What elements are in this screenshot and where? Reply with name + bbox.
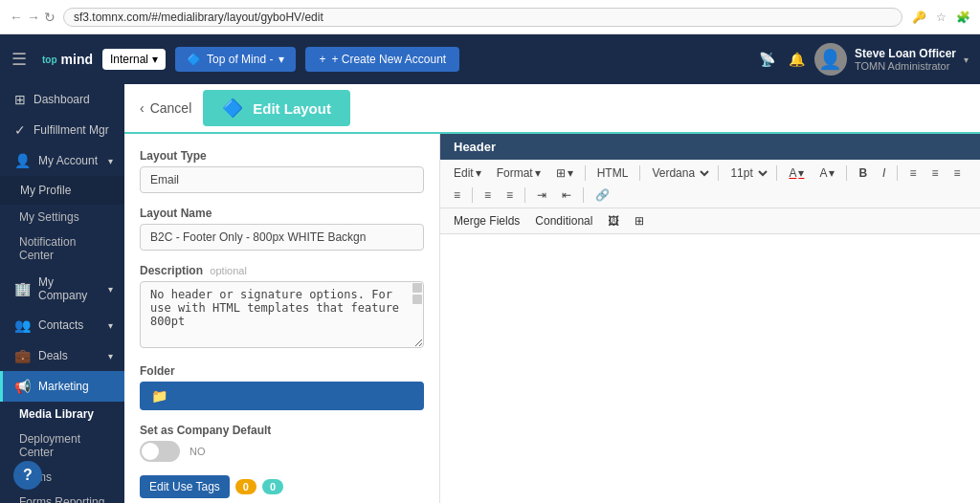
toolbar-divider <box>524 187 525 203</box>
url-bar[interactable] <box>63 8 902 27</box>
refresh-icon[interactable]: ↻ <box>44 10 56 25</box>
sidebar-item-marketing[interactable]: 📢 Marketing <box>0 371 124 402</box>
help-button[interactable]: ? <box>13 461 42 490</box>
toggle-off-label: NO <box>189 446 206 457</box>
format-menu[interactable]: Format ▾ <box>491 164 546 182</box>
description-group: Description optional No header or signat… <box>140 264 424 351</box>
align-left-button[interactable]: ≡ <box>903 164 922 182</box>
html-button[interactable]: HTML <box>591 164 635 182</box>
sidebar-item-deployment-center[interactable]: Deployment Center <box>0 426 124 465</box>
sidebar-item-contacts[interactable]: 👥 Contacts ▾ <box>0 310 124 340</box>
justify-button[interactable]: ≡ <box>448 186 466 204</box>
edit-tags-button[interactable]: Edit Use Tags <box>140 475 230 498</box>
layout-name-input[interactable] <box>140 224 424 251</box>
merge-fields-button[interactable]: Merge Fields <box>448 212 525 230</box>
contacts-icon: 👥 <box>14 317 31 333</box>
tags-row: Edit Use Tags 0 0 <box>140 475 424 498</box>
forward-icon[interactable]: → <box>27 10 40 25</box>
sidebar-item-media-library[interactable]: Media Library <box>0 402 124 426</box>
format-chevron-icon: ▾ <box>535 166 541 180</box>
image-button[interactable]: 🖼 <box>602 212 625 230</box>
content-area: ‹ Cancel 🔷 Edit Layout Layout Type Layou… <box>124 84 980 503</box>
indent-button[interactable]: ⇥ <box>531 186 552 204</box>
form-editor: Layout Type Layout Name Description opti… <box>124 134 980 503</box>
sidebar-item-my-settings[interactable]: My Settings <box>0 205 124 230</box>
conditional-button[interactable]: Conditional <box>529 212 598 230</box>
outdent-button[interactable]: ⇤ <box>556 186 577 204</box>
sidebar-wrapper: ⊞ Dashboard ✓ Fulfillment Mgr 👤 My Accou… <box>0 84 124 503</box>
folder-button[interactable]: 📁 <box>140 382 424 410</box>
size-selector[interactable]: 11pt <box>724 164 770 183</box>
company-default-toggle[interactable] <box>140 441 180 462</box>
sidebar-item-my-profile[interactable]: My Profile <box>0 176 124 205</box>
brand-chevron-icon: ▾ <box>278 53 284 66</box>
chevron-right-icon: ▾ <box>108 320 113 331</box>
italic-button[interactable]: I <box>877 164 891 182</box>
color-chevron-icon: ▾ <box>798 166 804 180</box>
sidebar: ⊞ Dashboard ✓ Fulfillment Mgr 👤 My Accou… <box>0 84 124 503</box>
bell-icon[interactable]: 🔔 <box>789 52 805 67</box>
sidebar-item-dashboard[interactable]: ⊞ Dashboard <box>0 84 124 115</box>
conditional-label: Conditional <box>535 214 592 228</box>
edit-layout-icon: 🔷 <box>222 98 243 119</box>
sidebar-item-label: Fulfillment Mgr <box>33 123 109 137</box>
chevron-right-icon: ▾ <box>108 351 113 361</box>
list-ul-button[interactable]: ≡ <box>479 186 497 204</box>
fulfillment-icon: ✓ <box>14 122 26 138</box>
internal-dropdown[interactable]: Internal ▾ <box>102 49 166 70</box>
menu-icon[interactable]: ☰ <box>11 49 27 70</box>
list-ol-button[interactable]: ≡ <box>501 186 519 204</box>
align-center-button[interactable]: ≡ <box>925 164 944 182</box>
browser-nav[interactable]: ← → ↻ <box>10 10 56 25</box>
editor-panel: Header Edit ▾ Format ▾ ⊞ ▾ <box>440 134 980 503</box>
sidebar-item-fulfillment[interactable]: ✓ Fulfillment Mgr <box>0 115 124 145</box>
description-textarea[interactable]: No header or signature options. For use … <box>140 281 424 348</box>
toolbar-divider <box>776 165 777 181</box>
optional-tag: optional <box>210 265 247 276</box>
sidebar-item-label: My Company <box>38 275 100 302</box>
highlight-color-button[interactable]: A ▾ <box>813 164 840 182</box>
link-button[interactable]: 🔗 <box>590 186 615 204</box>
bold-button[interactable]: B <box>853 164 873 182</box>
sidebar-item-label: My Profile <box>20 184 71 197</box>
font-selector[interactable]: Verdana <box>646 164 712 183</box>
main-layout: ⊞ Dashboard ✓ Fulfillment Mgr 👤 My Accou… <box>0 84 980 503</box>
header-icons: 📡 🔔 <box>759 52 805 67</box>
user-chevron-icon[interactable]: ▾ <box>964 55 969 65</box>
sidebar-item-label: Contacts <box>38 318 83 332</box>
sidebar-item-my-company[interactable]: 🏢 My Company ▾ <box>0 268 124 310</box>
sidebar-item-forms-reporting[interactable]: Forms Reporting <box>0 490 124 503</box>
highlight-chevron-icon: ▾ <box>829 166 835 180</box>
puzzle-icon[interactable]: 🧩 <box>956 11 970 24</box>
edit-chevron-icon: ▾ <box>476 166 481 180</box>
editor-canvas[interactable] <box>440 234 980 503</box>
create-account-label: + Create New Account <box>331 53 446 66</box>
back-icon[interactable]: ← <box>10 10 23 25</box>
toolbar-row2: Merge Fields Conditional 🖼 ⊞ <box>440 208 980 234</box>
chevron-left-icon: ‹ <box>140 100 145 116</box>
brand-dropdown[interactable]: 🔷 Top of Mind - ▾ <box>175 47 296 72</box>
create-account-button[interactable]: + + Create New Account <box>305 47 459 72</box>
sidebar-item-label: Dashboard <box>33 93 90 106</box>
sidebar-item-notification-center[interactable]: Notification Center <box>0 230 124 268</box>
table-menu[interactable]: ⊞ ▾ <box>550 164 579 182</box>
image-icon: 🖼 <box>608 214 619 228</box>
font-color-button[interactable]: A ▾ <box>783 164 810 182</box>
help-label: ? <box>23 467 33 484</box>
form-panel: Layout Type Layout Name Description opti… <box>124 134 440 503</box>
toggle-row: NO <box>140 441 424 462</box>
align-right-button[interactable]: ≡ <box>947 164 966 182</box>
cancel-button[interactable]: ‹ Cancel <box>140 100 191 116</box>
layout-type-input[interactable] <box>140 166 424 193</box>
sidebar-item-my-account[interactable]: 👤 My Account ▾ <box>0 145 124 176</box>
brand-label: Top of Mind - <box>207 53 273 66</box>
star-icon[interactable]: ☆ <box>936 11 947 24</box>
chevron-right-icon: ▾ <box>108 156 113 166</box>
sidebar-item-deals[interactable]: 💼 Deals ▾ <box>0 340 124 371</box>
table-insert-button[interactable]: ⊞ <box>629 212 650 230</box>
toolbar-row1: Edit ▾ Format ▾ ⊞ ▾ HTML <box>440 160 980 208</box>
toolbar-divider <box>846 165 847 181</box>
tag-count-2: 0 <box>262 479 283 494</box>
edit-menu[interactable]: Edit ▾ <box>448 164 487 182</box>
toolbar-divider <box>583 187 584 203</box>
